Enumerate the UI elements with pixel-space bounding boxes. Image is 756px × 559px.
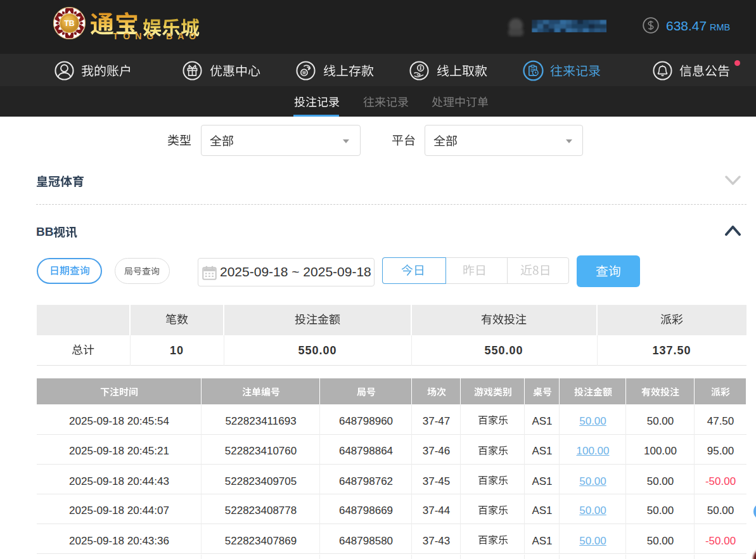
svg-text:TB: TB — [64, 19, 74, 28]
